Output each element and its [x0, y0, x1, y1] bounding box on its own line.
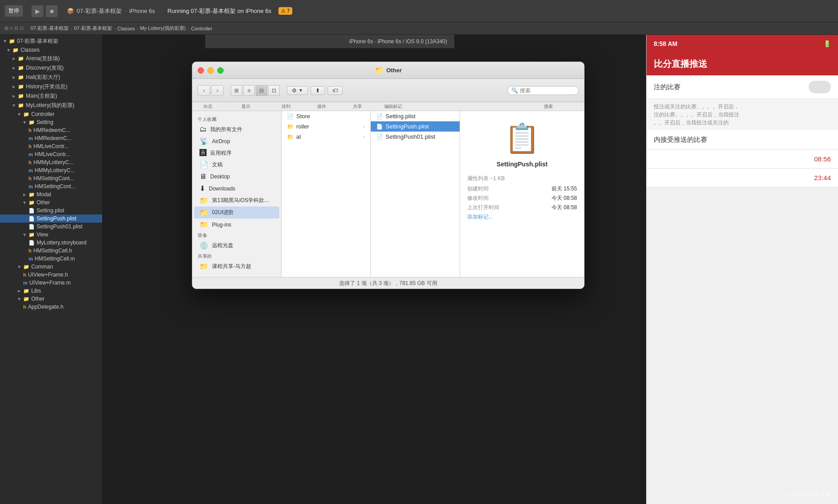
project-icon: 📦: [67, 8, 74, 14]
iphone-toggle-row: 注的比赛: [647, 75, 838, 99]
arrow-icon-2: ›: [364, 134, 365, 139]
iphone-statusbar: 8:58 AM 🔋: [647, 35, 838, 53]
sidebar-item-plugins[interactable]: 📁 Plug-ins: [194, 219, 279, 231]
tag-button[interactable]: 🏷: [328, 86, 343, 95]
close-button[interactable]: [198, 67, 204, 74]
column-item-setting-plist[interactable]: 📄 Setting.plist: [371, 111, 460, 121]
tree-view[interactable]: ▶ 📁 View: [0, 231, 102, 239]
course-folder-icon: 📁: [199, 196, 208, 205]
tree-hall[interactable]: ▶ 📁 Hall(彩彩大厅): [0, 73, 102, 82]
tree-storyboard[interactable]: 📄 MyLottery.storyboard: [0, 239, 102, 247]
tree-other[interactable]: ▶ 📁 Other: [0, 198, 102, 207]
sidebar-item-allfiles[interactable]: 🗂 我的所有文件: [194, 124, 279, 135]
tree-libs[interactable]: ▶ 📁 Libs: [0, 287, 102, 295]
tree-arena[interactable]: ▶ 📁 Arena(竞技场): [0, 54, 102, 63]
breadcrumb-2[interactable]: 07-彩票-基本框架: [74, 25, 112, 32]
stop-button[interactable]: ■: [46, 5, 58, 17]
tree-main[interactable]: ▶ 📁 Main(主框架): [0, 91, 102, 101]
breadcrumb-1[interactable]: 07-彩票-基本框架: [31, 25, 69, 32]
coverflow-view-button[interactable]: ⊡: [268, 85, 280, 96]
roller-icon: 📁: [287, 124, 294, 130]
finder-statusbar: 选择了 1 项（共 3 项），781.85 GB 可用: [192, 277, 584, 289]
tree-settingpush01-plist[interactable]: 📄 SettingPush01.plist: [0, 223, 102, 231]
arrange-button[interactable]: ⚙▼: [287, 86, 308, 95]
search-icon: 🔍: [511, 87, 518, 94]
forward-button[interactable]: ›: [211, 85, 224, 96]
arrow-icon: ›: [364, 124, 365, 129]
sidebar-item-airdrop[interactable]: 📡 AirDrop: [194, 135, 279, 147]
tree-file-5[interactable]: h HMMyLotteryC...: [0, 158, 102, 166]
share-button[interactable]: ⬆: [311, 86, 325, 95]
store-icon: 📄: [287, 113, 294, 120]
back-button[interactable]: ‹: [198, 85, 210, 96]
column-view-button[interactable]: ⊟: [256, 85, 267, 96]
tree-modal[interactable]: ▶ 📁 Modal: [0, 190, 102, 198]
tree-file-1[interactable]: h HMRedeemC...: [0, 126, 102, 134]
tree-file-7[interactable]: h HMSettingCont...: [0, 174, 102, 182]
tree-root[interactable]: ▶ 📁 07-彩票-基本框架: [0, 37, 102, 46]
plist-icon-1: 📄: [376, 113, 383, 120]
tree-file-2[interactable]: m HMRedeemC...: [0, 134, 102, 142]
iphone-inner-row: 内接受推送的比赛: [647, 130, 838, 150]
csdn-watermark: CSDN@清风清晨: [785, 491, 831, 499]
tree-setting-plist[interactable]: 📄 Setting.plist: [0, 207, 102, 215]
maximize-button[interactable]: [217, 67, 224, 74]
add-tag-link[interactable]: 添加标记...: [467, 213, 493, 221]
tree-other2[interactable]: ▶ 📁 Other: [0, 295, 102, 303]
tree-file-6[interactable]: m HMMyLotteryC...: [0, 166, 102, 174]
tree-settingpush-plist[interactable]: 📄 SettingPush.plist: [0, 215, 102, 223]
breadcrumb-3[interactable]: Classes: [117, 26, 135, 31]
tree-settingcell-h[interactable]: h HMSettingCell.h: [0, 247, 102, 255]
sidebar-item-desktop[interactable]: 🖥 Desktop: [194, 171, 279, 182]
sidebar-item-02ui[interactable]: 📁 02UI进阶: [194, 207, 279, 219]
iphone-time-row-1: 08:56: [647, 150, 838, 169]
finder-titlebar: 📁 Other: [192, 62, 584, 79]
list-view-button[interactable]: ≡: [243, 85, 255, 96]
xcode-topbar: 暂停 ▶ ■ 📦 07-彩票-基本框架 › iPhone 6s Running …: [0, 0, 838, 22]
icon-view-button[interactable]: ⊞: [231, 85, 242, 96]
tree-settingcell-m[interactable]: m HMSettingCell.m: [0, 255, 102, 263]
preview-file-icon: 📋: [504, 122, 540, 155]
tree-file-4[interactable]: m HMLiveContr...: [0, 150, 102, 158]
pause-button[interactable]: 暂停: [4, 5, 23, 17]
lastopened-value: 今天 08:58: [552, 204, 577, 211]
running-label: Running 07-彩票-基本框架 on iPhone 6s: [167, 7, 271, 15]
documents-icon: 📄: [199, 161, 208, 169]
tree-history[interactable]: ▶ 📁 History(开奖信息): [0, 82, 102, 91]
sidebar-item-documents[interactable]: 📄 文稿: [194, 159, 279, 171]
tree-mylottery[interactable]: ▶ 📁 MyLottery(我的彩票): [0, 101, 102, 110]
breadcrumb-toolbar-icons: ⊞ ≡ ⊟ ⊡: [4, 25, 24, 31]
column-item-al[interactable]: 📁 al ›: [282, 132, 370, 142]
tree-uiview-m[interactable]: m UIView+Frame.m: [0, 279, 102, 287]
iphone-toggle[interactable]: [809, 81, 831, 93]
tree-uiview-h[interactable]: h UIView+Frame.h: [0, 271, 102, 279]
breadcrumb-5[interactable]: Controller: [191, 26, 212, 31]
tree-discovery[interactable]: ▶ 📁 Discovery(发现): [0, 63, 102, 73]
sidebar-item-applications[interactable]: 🅰 应用程序: [194, 147, 279, 159]
column-item-settingpush-plist[interactable]: 📄 SettingPush.plist: [371, 121, 460, 132]
finder-search-box[interactable]: 🔍: [507, 86, 579, 95]
tree-setting[interactable]: ▶ 📁 Setting: [0, 118, 102, 126]
preview-addtag-row[interactable]: 添加标记...: [467, 213, 577, 221]
label-tags: 编辑标记: [375, 103, 411, 110]
preview-lastopened-row: 上次打开时间 今天 08:58: [467, 204, 577, 211]
tree-controller[interactable]: ▶ 📁 Controller: [0, 110, 102, 118]
sidebar-item-remotedisc[interactable]: 💿 远程光盘: [194, 240, 279, 252]
column-item-store[interactable]: 📄 Store: [282, 111, 370, 121]
iphone-header: 比分直播推送: [647, 53, 838, 75]
tree-appdelegate[interactable]: h AppDelegate.h: [0, 303, 102, 311]
sidebar-item-shared[interactable]: 📁 课程共享-马方超: [194, 260, 279, 273]
tree-comman[interactable]: ▶ 📁 Comman: [0, 263, 102, 271]
minimize-button[interactable]: [207, 67, 214, 74]
tree-file-8[interactable]: m HMSettingCont...: [0, 182, 102, 190]
finder-action-buttons: ⚙▼ ⬆ 🏷: [287, 86, 343, 95]
tree-classes[interactable]: ▶ 📁 Classes: [0, 46, 102, 54]
run-button[interactable]: ▶: [31, 5, 44, 17]
tree-file-3[interactable]: h HMLiveContr...: [0, 142, 102, 150]
column-item-roller[interactable]: 📁 roller ›: [282, 121, 370, 132]
search-input[interactable]: [520, 87, 575, 94]
sidebar-item-course[interactable]: 📁 第13期黑马iOS学科款...: [194, 194, 279, 207]
sidebar-item-downloads[interactable]: ⬇ Downloads: [194, 182, 279, 194]
column-item-settingpush01-plist[interactable]: 📄 SettingPush01.plist: [371, 132, 460, 142]
breadcrumb-4[interactable]: My Lottery(我的彩票): [140, 25, 186, 32]
